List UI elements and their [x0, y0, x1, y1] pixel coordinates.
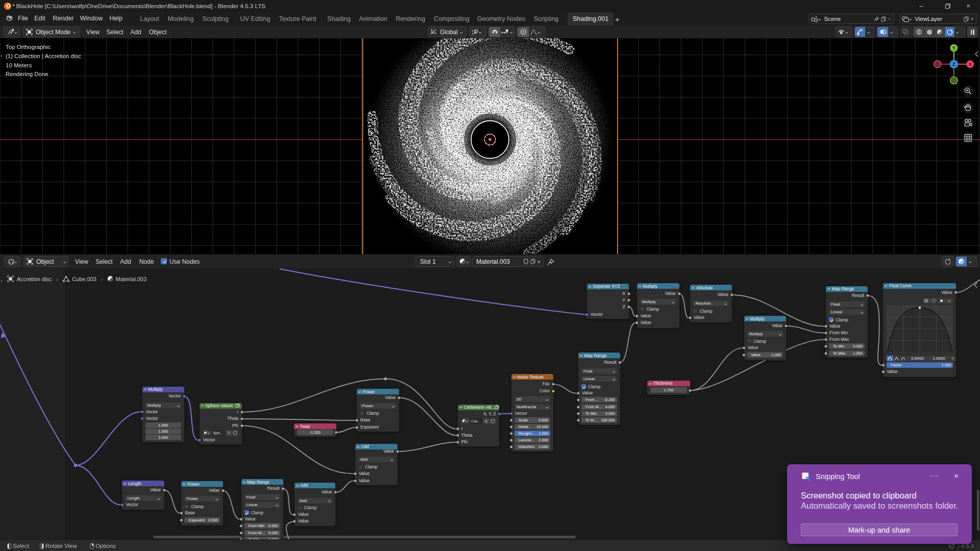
- svg-text:Y: Y: [952, 45, 955, 51]
- svg-text:Z: Z: [952, 62, 955, 67]
- svg-text:X: X: [969, 62, 972, 67]
